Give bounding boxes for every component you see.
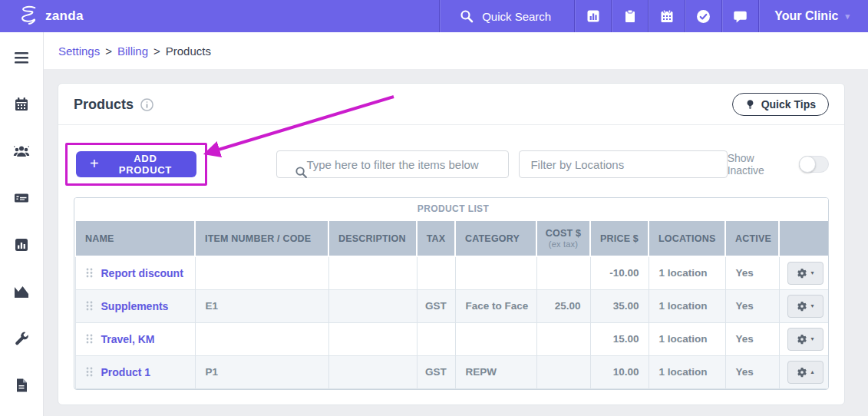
sidebar-item-documents[interactable]: [6, 370, 37, 401]
caret-icon: ▾: [811, 270, 814, 276]
product-name-link[interactable]: Travel, KM: [101, 333, 155, 345]
col-header-locations: LOCATIONS: [649, 220, 725, 256]
cell-price: 10.00: [590, 355, 649, 388]
quick-search-button[interactable]: Quick Search: [439, 0, 574, 32]
show-inactive-toggle[interactable]: [799, 156, 829, 173]
cell-description: [328, 355, 417, 388]
product-name-link[interactable]: Report discount: [101, 267, 183, 279]
show-inactive-label: Show Inactive: [728, 152, 792, 177]
wrench-icon: [14, 331, 29, 346]
toggle-knob: [799, 156, 816, 173]
annotation-highlight-box: + ADD PRODUCT: [65, 143, 207, 186]
controls-row: + ADD PRODUCT Show Inactive: [58, 143, 844, 186]
info-icon[interactable]: [140, 98, 153, 111]
cell-category: [455, 256, 536, 289]
cell-item-code: P1: [195, 355, 328, 388]
product-table: PRODUCT LIST NAME ITEM NUMBER / CODE DES…: [74, 197, 829, 390]
check-circle-icon: [696, 9, 711, 24]
cell-cost: [536, 322, 590, 355]
sidebar-item-analytics[interactable]: [6, 276, 37, 307]
brand-text: zanda: [45, 8, 84, 24]
gear-icon: [797, 301, 807, 312]
cell-locations: 1 location: [649, 256, 725, 289]
filter-items-input[interactable]: [276, 150, 509, 178]
cell-tax: GST: [417, 355, 455, 388]
quick-tips-button[interactable]: Quick Tips: [732, 93, 829, 116]
table-title-row: PRODUCT LIST: [75, 198, 829, 220]
page-title: Products: [74, 97, 134, 113]
sidebar-item-invoices[interactable]: [6, 183, 37, 213]
sidebar-item-tools[interactable]: [6, 323, 37, 354]
messages-nav-button[interactable]: [721, 0, 758, 32]
cell-tax: GST: [417, 289, 455, 322]
lightbulb-icon: [745, 98, 755, 111]
left-sidebar: [0, 32, 44, 416]
notes-nav-button[interactable]: [611, 0, 648, 32]
col-header-description: DESCRIPTION: [328, 220, 417, 256]
cell-item-code: E1: [195, 289, 328, 322]
caret-icon: ▾: [811, 336, 814, 342]
reports-icon: [14, 237, 29, 253]
zanda-logo[interactable]: zanda: [0, 4, 84, 28]
col-header-actions: [779, 220, 829, 256]
table-row: Travel, KM 15.00 1 location Yes ▾: [75, 322, 829, 355]
col-header-price: PRICE $: [590, 220, 649, 256]
quick-tips-label: Quick Tips: [761, 98, 816, 111]
cell-active: Yes: [725, 256, 779, 289]
cell-category: REPW: [455, 355, 536, 388]
drag-handle-icon[interactable]: [86, 268, 93, 278]
cell-cost: 25.00: [536, 289, 590, 322]
breadcrumb-current-page: Products: [166, 45, 211, 58]
row-actions-button[interactable]: ▾: [787, 328, 823, 351]
card-header: Products Quick Tips: [58, 84, 844, 125]
cell-item-code: [195, 256, 328, 289]
sidebar-item-reports[interactable]: [6, 229, 37, 260]
drag-handle-icon[interactable]: [86, 334, 93, 344]
breadcrumb: Settings > Billing > Products: [44, 32, 868, 69]
drag-handle-icon[interactable]: [86, 301, 93, 311]
analytics-icon: [13, 284, 30, 299]
cell-cost: [536, 355, 590, 388]
row-actions-button[interactable]: ▾: [787, 262, 823, 285]
row-actions-button[interactable]: ▴: [787, 361, 823, 384]
drag-handle-icon[interactable]: [86, 367, 93, 377]
sidebar-menu-button[interactable]: [6, 42, 37, 73]
clinic-menu[interactable]: Your Clinic ▾: [758, 0, 868, 32]
table-title: PRODUCT LIST: [75, 198, 829, 220]
products-card: Products Quick Tips: [58, 83, 845, 405]
col-header-tax: TAX: [417, 220, 455, 256]
calendar-icon: [660, 9, 674, 23]
cell-description: [328, 289, 417, 322]
cell-locations: 1 location: [649, 322, 725, 355]
breadcrumb-billing-link[interactable]: Billing: [117, 45, 148, 58]
tasks-done-nav-button[interactable]: [685, 0, 721, 32]
plus-icon: +: [90, 156, 99, 171]
filter-locations-input[interactable]: [519, 150, 727, 178]
caret-icon: ▴: [811, 369, 814, 375]
calendar-nav-button[interactable]: [648, 0, 685, 32]
cell-active: Yes: [725, 322, 779, 355]
product-name-link[interactable]: Product 1: [101, 366, 151, 378]
top-navigation-bar: zanda Quick Search: [0, 0, 868, 32]
sidebar-item-calendar[interactable]: [6, 89, 37, 120]
col-header-item-code: ITEM NUMBER / CODE: [195, 220, 328, 256]
row-actions-button[interactable]: ▾: [787, 295, 823, 318]
cell-item-code: [195, 322, 328, 355]
quick-search-label: Quick Search: [482, 10, 551, 23]
add-product-button[interactable]: + ADD PRODUCT: [76, 151, 196, 177]
cell-description: [328, 256, 417, 289]
sidebar-item-clients[interactable]: [6, 136, 37, 167]
cell-tax: [417, 322, 455, 355]
breadcrumb-settings-link[interactable]: Settings: [58, 45, 100, 58]
reports-nav-button[interactable]: [574, 0, 611, 32]
product-name-link[interactable]: Supplements: [101, 300, 169, 312]
gear-icon: [797, 367, 807, 378]
cell-locations: 1 location: [649, 355, 725, 388]
menu-icon: [13, 51, 30, 64]
invoices-icon: [14, 190, 29, 206]
cell-cost: [536, 256, 590, 289]
cell-price: 35.00: [590, 289, 649, 322]
cell-active: Yes: [725, 355, 779, 388]
filter-search-wrap: [276, 150, 509, 178]
col-header-name: NAME: [75, 220, 195, 256]
